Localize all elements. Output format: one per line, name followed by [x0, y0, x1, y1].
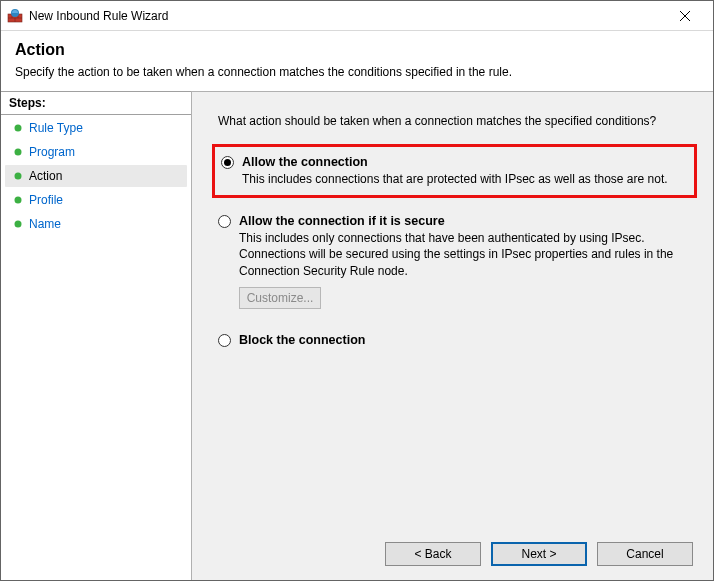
- page-title: Action: [15, 41, 699, 59]
- close-button[interactable]: [663, 2, 707, 30]
- action-options: Allow the connection This includes conne…: [212, 144, 697, 363]
- step-label: Action: [29, 169, 62, 183]
- steps-sidebar: Steps: Rule Type Program Action Profile …: [1, 91, 191, 580]
- step-rule-type[interactable]: Rule Type: [5, 117, 187, 139]
- radio-allow[interactable]: [221, 156, 234, 169]
- bullet-icon: [13, 147, 23, 157]
- firewall-icon: [7, 8, 23, 24]
- back-button[interactable]: < Back: [385, 542, 481, 566]
- next-button[interactable]: Next >: [491, 542, 587, 566]
- header: Action Specify the action to be taken wh…: [1, 31, 713, 91]
- svg-point-10: [15, 149, 22, 156]
- bullet-icon: [13, 171, 23, 181]
- steps-heading: Steps:: [1, 91, 191, 115]
- customize-button: Customize...: [239, 287, 321, 309]
- svg-point-9: [15, 125, 22, 132]
- option-title: Allow the connection if it is secure: [239, 214, 687, 228]
- bullet-icon: [13, 195, 23, 205]
- close-icon: [680, 11, 690, 21]
- content-pane: What action should be taken when a conne…: [191, 91, 713, 580]
- radio-allow-secure[interactable]: [218, 215, 231, 228]
- bullet-icon: [13, 123, 23, 133]
- bullet-icon: [13, 219, 23, 229]
- step-label: Name: [29, 217, 61, 231]
- step-action[interactable]: Action: [5, 165, 187, 187]
- option-block[interactable]: Block the connection: [212, 325, 697, 355]
- radio-block[interactable]: [218, 334, 231, 347]
- option-allow[interactable]: Allow the connection This includes conne…: [212, 144, 697, 198]
- svg-point-13: [15, 221, 22, 228]
- option-allow-secure[interactable]: Allow the connection if it is secure Thi…: [212, 206, 697, 317]
- option-desc: This includes only connections that have…: [239, 230, 687, 279]
- option-title: Allow the connection: [242, 155, 684, 169]
- option-desc: This includes connections that are prote…: [242, 171, 684, 187]
- step-label: Profile: [29, 193, 63, 207]
- action-prompt: What action should be taken when a conne…: [218, 114, 697, 128]
- wizard-window: New Inbound Rule Wizard Action Specify t…: [0, 0, 714, 581]
- titlebar: New Inbound Rule Wizard: [1, 1, 713, 31]
- step-name[interactable]: Name: [5, 213, 187, 235]
- window-title: New Inbound Rule Wizard: [29, 9, 663, 23]
- wizard-footer: < Back Next > Cancel: [208, 532, 697, 570]
- step-label: Program: [29, 145, 75, 159]
- step-label: Rule Type: [29, 121, 83, 135]
- step-profile[interactable]: Profile: [5, 189, 187, 211]
- svg-point-11: [15, 173, 22, 180]
- svg-point-12: [15, 197, 22, 204]
- option-title: Block the connection: [239, 333, 687, 347]
- cancel-button[interactable]: Cancel: [597, 542, 693, 566]
- page-description: Specify the action to be taken when a co…: [15, 65, 699, 79]
- body: Steps: Rule Type Program Action Profile …: [1, 91, 713, 580]
- step-program[interactable]: Program: [5, 141, 187, 163]
